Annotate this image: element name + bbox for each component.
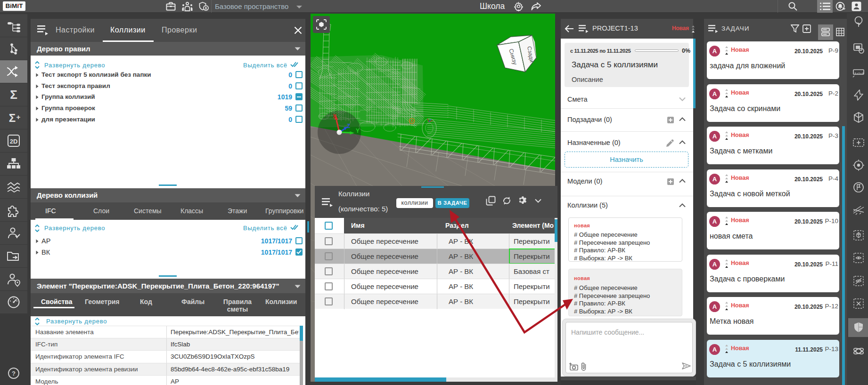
svg-text:2D: 2D: [10, 138, 18, 145]
svg-text:Σ: Σ: [9, 112, 16, 124]
svg-text:Σ: Σ: [10, 88, 17, 102]
svg-text:+: +: [16, 113, 21, 121]
svg-text:Y: Y: [356, 128, 360, 134]
svg-text:X: X: [333, 113, 336, 120]
svg-text:Z: Z: [347, 123, 350, 129]
svg-text:?: ?: [12, 370, 16, 377]
